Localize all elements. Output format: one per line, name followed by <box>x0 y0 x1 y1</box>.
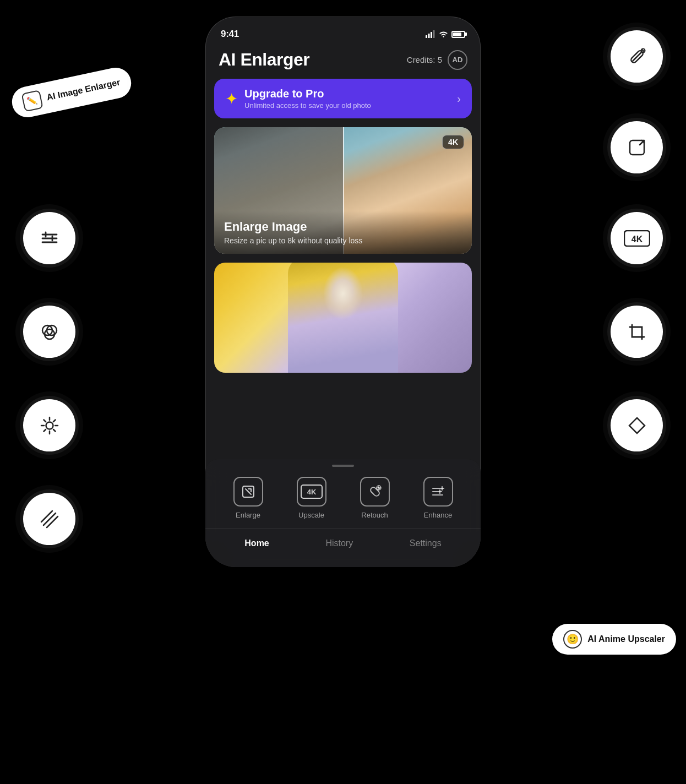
expand-icon <box>611 121 663 173</box>
anime-card-bg <box>214 263 472 373</box>
signal-icon <box>426 30 435 38</box>
svg-rect-31 <box>433 30 435 38</box>
enlarge-card-title: Enlarge Image <box>224 220 462 234</box>
sun-svg <box>39 415 60 436</box>
enlarge-tool-label: Enlarge <box>236 511 260 519</box>
status-bar: 9:41 <box>205 17 481 44</box>
card-4k-badge: 4K <box>442 135 464 149</box>
rgb-circles-svg <box>39 321 61 343</box>
image-enlarger-label-icon: ✏️ <box>21 90 43 112</box>
battery-fill <box>453 32 461 36</box>
upgrade-text-block: Upgrade to Pro Unlimited access to save … <box>244 88 371 110</box>
tool-upscale[interactable]: 4K Upscale <box>297 477 326 519</box>
battery-icon <box>451 31 465 38</box>
circles-icon <box>23 306 75 358</box>
enhance-svg <box>431 484 446 499</box>
bottom-nav: Home History Settings <box>205 528 481 567</box>
star-icon: ✦ <box>225 90 238 108</box>
svg-line-18 <box>47 516 58 527</box>
enlarge-svg <box>241 484 255 499</box>
pill-svg <box>625 45 649 68</box>
upgrade-left: ✦ Upgrade to Pro Unlimited access to sav… <box>225 88 371 110</box>
svg-line-13 <box>43 420 46 422</box>
upgrade-title: Upgrade to Pro <box>244 88 371 100</box>
tool-enhance[interactable]: Enhance <box>423 477 453 519</box>
svg-line-15 <box>53 420 56 422</box>
svg-line-16 <box>43 429 46 432</box>
tool-tabs: Enlarge 4K Upscale <box>205 467 481 522</box>
tool-enlarge[interactable]: Enlarge <box>233 477 263 519</box>
ai-image-enlarger-label: ✏️ AI Image Enlarger <box>9 65 134 121</box>
four-k-badge-icon: 4K <box>611 212 663 264</box>
4k-badge-svg: 4K <box>624 230 650 247</box>
upscale-tool-label: Upscale <box>298 511 324 519</box>
sliders-icon <box>23 212 75 264</box>
brightness-icon <box>23 399 75 451</box>
eraser-diamond-svg <box>626 415 648 437</box>
status-icons <box>426 30 465 38</box>
crop-svg <box>627 322 647 342</box>
image-enlarger-label-text: AI Image Enlarger <box>46 77 121 102</box>
lines-pattern-icon <box>23 493 75 545</box>
svg-line-17 <box>43 513 56 525</box>
enhance-tool-icon <box>423 477 453 507</box>
enlarge-card-desc: Resize a pic up to 8k without quality lo… <box>224 236 462 245</box>
bottom-sheet: Enlarge 4K Upscale <box>205 459 481 567</box>
enlarge-tool-icon <box>233 477 263 507</box>
app-title: AI Enlarger <box>219 50 309 70</box>
retouch-svg <box>368 484 382 499</box>
cards-container: 4K Enlarge Image Resize a pic up to 8k w… <box>205 127 481 373</box>
svg-text:4K: 4K <box>307 488 316 496</box>
anime-upscaler-label-text: AI Anime Upscaler <box>587 634 665 644</box>
sliders-svg <box>39 228 60 249</box>
phone-frame: 9:41 AI Enlarger <box>205 17 481 567</box>
eraser-icon <box>611 399 663 451</box>
svg-text:4K: 4K <box>631 235 643 244</box>
svg-rect-28 <box>426 35 427 38</box>
retouch-tool-icon <box>360 477 390 507</box>
svg-rect-30 <box>431 32 432 38</box>
crop-icon <box>611 306 663 358</box>
anime-character-bg <box>288 263 398 373</box>
app-header: AI Enlarger Credits: 5 AD <box>205 44 481 79</box>
ad-badge[interactable]: AD <box>448 50 467 70</box>
svg-line-21 <box>633 52 641 61</box>
enlarge-card-overlay: Enlarge Image Resize a pic up to 8k with… <box>214 211 472 254</box>
upscale-tool-icon: 4K <box>297 477 326 507</box>
retouch-tool-label: Retouch <box>361 511 388 519</box>
nav-home[interactable]: Home <box>238 536 275 551</box>
upgrade-banner[interactable]: ✦ Upgrade to Pro Unlimited access to sav… <box>214 79 472 118</box>
credits-text: Credits: 5 <box>407 55 442 64</box>
wifi-icon <box>439 31 448 38</box>
anime-upscaler-label-icon: 🙂 <box>563 630 582 649</box>
nav-history[interactable]: History <box>319 536 360 551</box>
svg-line-19 <box>41 511 52 522</box>
svg-point-8 <box>46 422 53 429</box>
svg-rect-29 <box>428 34 430 38</box>
ai-anime-upscaler-label: 🙂 AI Anime Upscaler <box>552 624 676 655</box>
anime-card[interactable] <box>214 263 472 373</box>
tool-retouch[interactable]: Retouch <box>360 477 390 519</box>
nav-settings[interactable]: Settings <box>403 536 448 551</box>
expand-arrows-svg <box>626 137 648 159</box>
svg-line-14 <box>53 429 56 432</box>
svg-line-33 <box>246 489 251 494</box>
diagonal-lines-svg <box>39 509 60 530</box>
pill-icon <box>611 30 663 83</box>
4k-tool-svg: 4K <box>301 484 323 499</box>
phone-screen: 9:41 AI Enlarger <box>205 17 481 567</box>
status-time: 9:41 <box>221 29 239 40</box>
upgrade-subtitle: Unlimited access to save your old photo <box>244 101 371 110</box>
enhance-tool-label: Enhance <box>424 511 452 519</box>
enlarge-card[interactable]: 4K Enlarge Image Resize a pic up to 8k w… <box>214 127 472 254</box>
header-right: Credits: 5 AD <box>407 50 467 70</box>
upgrade-arrow: › <box>457 92 461 105</box>
